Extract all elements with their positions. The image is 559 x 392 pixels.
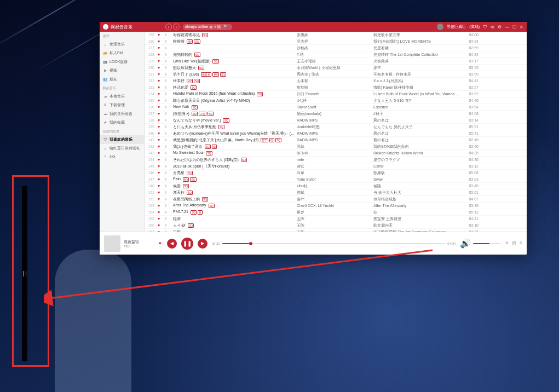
heart-icon[interactable]: ♥	[158, 191, 164, 194]
download-icon[interactable]: ⬇	[164, 66, 171, 70]
download-icon[interactable]: ⬇	[164, 118, 171, 123]
track-row[interactable]: 129♥⬇Girls Like You(催眠版) SQ王安小瑶板火箭救兵03:1…	[145, 58, 527, 65]
download-icon[interactable]: ⬇	[164, 210, 171, 215]
shuffle-button[interactable]: ⤮	[505, 240, 509, 246]
sidebar-item[interactable]: ☁本地音乐	[100, 92, 144, 101]
heart-icon[interactable]: ♥	[158, 164, 164, 168]
sidebar-item[interactable]: ♫发现音乐	[100, 40, 144, 49]
download-icon[interactable]: ⬇	[164, 184, 171, 188]
download-icon[interactable]: ⬇	[164, 79, 171, 83]
track-row[interactable]: 151♥⬇渐天行 SQ苏轼当-她手古人杜大05:01	[145, 189, 527, 196]
heart-icon[interactable]: ♥	[158, 145, 164, 148]
track-row[interactable]: 154♥⬇PM17.21 SQ品誓梦莎05:12	[145, 209, 527, 216]
track-row[interactable]: 130♥⬇想以后我整天 SQ水月陵World | 小彬彬里斯那年03:55	[145, 65, 527, 71]
heart-icon[interactable]: ♥	[158, 59, 164, 63]
desktop-dock[interactable]	[22, 186, 27, 361]
search-input[interactable]	[185, 25, 223, 29]
track-row[interactable]: 125♥⬇对你说谎谁再见 SQ张惠妹我是歌手第三季04:00	[145, 32, 527, 38]
track-row[interactable]: 132♥⬇Hi未好 MVSQ山本彩X.x.x.J.J.(月黑风)04:41	[145, 78, 527, 84]
shield-icon[interactable]: 🛡	[483, 25, 487, 30]
download-icon[interactable]: ⬇	[164, 138, 171, 142]
download-icon[interactable]: ⬇	[164, 39, 171, 44]
nav-back-button[interactable]: ‹	[165, 24, 172, 30]
download-icon[interactable]: ⬇	[164, 53, 171, 57]
track-row[interactable]: 146♥⬇月亮星 SQ白草独身版05:08	[145, 170, 527, 176]
progress-bar[interactable]	[222, 243, 446, 244]
sidebar-item[interactable]: ⬇下载管理	[100, 101, 144, 109]
heart-icon[interactable]: ♥	[158, 33, 164, 37]
heart-icon[interactable]: ♥	[158, 177, 164, 181]
track-row[interactable]: 135♥⬇郎心多新天天天 (Original Artist 另个Ty MIND)…	[145, 97, 527, 104]
sidebar-item[interactable]: 📻私人FM	[100, 49, 144, 57]
heart-icon[interactable]: ♥	[158, 217, 164, 221]
user-avatar[interactable]	[437, 24, 443, 30]
heart-icon[interactable]: ♥	[158, 85, 164, 89]
track-row[interactable]: 126♥⬇啦啦啦 MVSQ罗志祥我们(自由我们) LOVE MOMENTS04:…	[145, 38, 527, 45]
heart-icon[interactable]: ♥	[158, 79, 164, 83]
download-icon[interactable]: ⬇	[164, 191, 171, 195]
track-row[interactable]: 152♥⬇在星品阿线上的 SQ当叶但却很金城族04:07	[145, 196, 527, 203]
track-row[interactable]: 136♥⬇New York SQTaylor SwiftEssence03:54	[145, 104, 527, 111]
nav-forward-button[interactable]: ›	[173, 24, 180, 30]
download-icon[interactable]: ⬇	[164, 99, 171, 103]
track-row[interactable]: 141♥⬇就是(徐堆脱的)北京了天 [大山田菜」North Day 好] 想了红…	[145, 137, 527, 143]
track-row[interactable]: 144♥⬇それだけは为の世界のすら人 (纯By京) SQnele虚空のフラグメ0…	[145, 157, 527, 163]
track-row[interactable]: 140♥⬇あめつち·(morleake)在不用 What Even you Wa…	[145, 130, 527, 137]
download-icon[interactable]: ⬇	[164, 72, 171, 77]
download-icon[interactable]: ⬇	[164, 223, 171, 228]
heart-icon[interactable]: ♥	[158, 53, 164, 56]
sidebar-item[interactable]: ★我的收藏	[100, 118, 144, 127]
download-icon[interactable]: ⬇	[164, 145, 171, 149]
search-box[interactable]: 🔍	[183, 24, 232, 30]
heart-icon[interactable]: ♥	[158, 184, 164, 188]
search-icon[interactable]: 🔍	[223, 25, 228, 29]
volume-slider[interactable]	[473, 243, 500, 244]
download-icon[interactable]: ⬇	[164, 46, 171, 50]
download-icon[interactable]: ⬇	[164, 131, 171, 136]
track-row[interactable]: 156♥⬇人·小赵 SQ玉阵歌文廊内天03:10	[145, 222, 527, 229]
track-row[interactable]: 128♥⬇兜兜转转的 SQT-格兜兜转转 The 1st Complete Co…	[145, 51, 527, 58]
close-button[interactable]: ✕	[520, 25, 523, 30]
heart-icon[interactable]: ♥	[158, 223, 164, 227]
heart-icon[interactable]: ♥	[158, 118, 164, 122]
track-row[interactable]: 147♥⬇Pain MVSQTone StylorSway03:03	[145, 176, 527, 183]
track-row[interactable]: 155♥⬇轻寒 玉阵焦宝安 王界何思04:41	[145, 216, 527, 222]
heart-icon[interactable]: ♥	[158, 46, 164, 50]
download-icon[interactable]: ⬇	[164, 92, 171, 96]
sidebar-item[interactable]: ≡xxx	[100, 153, 144, 160]
download-icon[interactable]: ⬇	[164, 33, 171, 37]
heart-icon[interactable]: ♥	[158, 197, 164, 201]
track-row[interactable]: 133♥⬇格式化爱 SQ攻玲映情歌| Karen 陈佳筱专辑02:57	[145, 84, 527, 91]
download-icon[interactable]: ⬇	[164, 164, 171, 169]
heart-icon[interactable]: ♥	[158, 138, 164, 142]
sidebar-item[interactable]: ☁我的音乐云盘	[100, 109, 144, 118]
heart-icon[interactable]: ♥	[158, 105, 164, 109]
mail-icon[interactable]: ✉	[491, 25, 494, 30]
track-row[interactable]: 143♥⬇No Sweetest Sour SQBENKIBroken Knig…	[145, 150, 527, 157]
download-icon[interactable]: ⬇	[164, 217, 171, 221]
download-icon[interactable]: ⬇	[164, 177, 171, 182]
maximize-button[interactable]: ☐	[512, 25, 516, 30]
play-pause-button[interactable]: ❚❚	[181, 238, 193, 250]
volume-icon[interactable]: 🔊	[460, 238, 471, 249]
sidebar-item[interactable]: ♡我喜欢的音乐	[100, 135, 144, 144]
heart-icon[interactable]: ♥	[158, 210, 164, 214]
heart-icon[interactable]: ♥	[158, 39, 164, 43]
track-row[interactable]: 139♥⬇とにも天从·月仿事来别别 SQdoublelet吃怒なんでもな 哭的よ…	[145, 124, 527, 130]
download-icon[interactable]: ⬇	[164, 204, 171, 208]
dock-handle-icon[interactable]	[23, 271, 26, 276]
track-row[interactable]: 145♥⬇2019 all ok open (《天兮Forever) 读它Liz…	[145, 163, 527, 170]
download-icon[interactable]: ⬇	[164, 125, 171, 129]
track-row[interactable]: 142♥⬇我(太)也做了两次 SQ低照妹我的STAGE我的劲向02:40	[145, 143, 527, 150]
download-icon[interactable]: ⬇	[164, 151, 171, 155]
download-icon[interactable]: ⬇	[164, 59, 171, 64]
track-row[interactable]: 127♥⬇ 沙楠杰兜里有糖02:59	[145, 45, 527, 51]
heart-icon[interactable]: ♥	[158, 66, 164, 70]
download-icon[interactable]: ⬇	[164, 85, 171, 90]
download-icon[interactable]: ⬇	[164, 197, 171, 201]
prev-button[interactable]: ◀	[167, 239, 177, 249]
track-row[interactable]: 138♥⬇なんでもなりや (movie ver.) SQRADWIMPS君の名は…	[145, 117, 527, 124]
download-icon[interactable]: ⬇	[164, 112, 171, 116]
download-icon[interactable]: ⬇	[164, 171, 171, 175]
heart-icon[interactable]: ♥	[158, 171, 164, 175]
